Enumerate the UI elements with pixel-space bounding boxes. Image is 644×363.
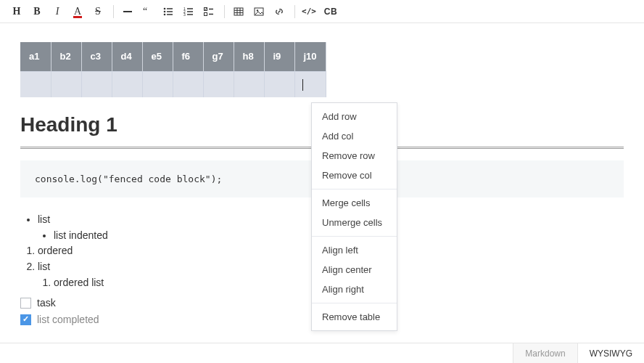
- mode-tabs: Markdown WYSIWYG: [0, 343, 644, 363]
- table-cell[interactable]: [264, 71, 294, 97]
- ctx-align-left[interactable]: Align left: [312, 240, 397, 260]
- tab-markdown[interactable]: Markdown: [513, 343, 577, 363]
- italic-button[interactable]: I: [48, 2, 67, 21]
- ctx-align-center[interactable]: Align center: [312, 260, 397, 280]
- heading-button[interactable]: H: [7, 2, 26, 21]
- svg-point-4: [164, 10, 166, 12]
- table-header-row: a1 b2 c3 d4 e5 f6 g7 h8 i9 j10: [20, 42, 326, 71]
- image-icon: [254, 7, 264, 17]
- ctx-remove-row[interactable]: Remove row: [312, 146, 397, 166]
- table-cell[interactable]: [173, 71, 203, 97]
- table-cell[interactable]: [142, 71, 173, 97]
- table-icon: [234, 7, 244, 17]
- ol-icon: 1 2 3: [183, 7, 194, 17]
- table-header-cell[interactable]: i9: [264, 42, 294, 71]
- table-cell[interactable]: [203, 71, 234, 97]
- table-header-cell[interactable]: j10: [294, 42, 326, 71]
- table-cell[interactable]: [112, 71, 142, 97]
- table-context-menu: Add row Add col Remove row Remove col Me…: [311, 102, 397, 331]
- document-table[interactable]: a1 b2 c3 d4 e5 f6 g7 h8 i9 j10: [20, 42, 326, 97]
- table-header-cell[interactable]: a1: [20, 42, 51, 71]
- ol-button[interactable]: 1 2 3: [179, 2, 198, 21]
- table-cell[interactable]: [20, 71, 51, 97]
- svg-point-24: [257, 9, 258, 11]
- hr-icon: [123, 7, 133, 17]
- inline-code-button[interactable]: </>: [300, 2, 318, 21]
- table-cell[interactable]: [234, 71, 264, 97]
- ul-button[interactable]: [159, 2, 178, 21]
- ctx-remove-col[interactable]: Remove col: [312, 166, 397, 185]
- checkbox-checked-icon[interactable]: [20, 314, 31, 325]
- table-header-cell[interactable]: f6: [173, 42, 203, 71]
- link-icon: [274, 7, 284, 17]
- table-cell[interactable]: [81, 71, 112, 97]
- image-button[interactable]: [249, 2, 268, 21]
- table-cell[interactable]: [51, 71, 81, 97]
- table-button[interactable]: [229, 2, 248, 21]
- table-header-cell[interactable]: g7: [203, 42, 234, 71]
- bold-button[interactable]: B: [28, 2, 46, 21]
- ctx-add-row[interactable]: Add row: [312, 107, 397, 126]
- hr-button[interactable]: [118, 2, 137, 21]
- table-cell[interactable]: [294, 71, 326, 97]
- text-color-button[interactable]: A: [68, 2, 87, 21]
- tasklist-icon: [204, 7, 214, 17]
- tab-wysiwyg[interactable]: WYSIWYG: [577, 343, 644, 363]
- toolbar: H B I A S “ 1 2 3: [0, 0, 644, 23]
- strike-button[interactable]: S: [88, 2, 107, 21]
- tasklist-button[interactable]: [199, 2, 218, 21]
- blockquote-button[interactable]: “: [139, 2, 157, 21]
- link-button[interactable]: [270, 2, 289, 21]
- table-header-cell[interactable]: h8: [234, 42, 264, 71]
- quote-icon: “: [143, 7, 153, 17]
- ctx-remove-table[interactable]: Remove table: [312, 307, 397, 327]
- list-item-label: list: [38, 261, 50, 272]
- table-header-cell[interactable]: c3: [81, 42, 112, 71]
- ul-icon: [163, 7, 173, 17]
- ctx-add-col[interactable]: Add col: [312, 126, 397, 146]
- svg-text:“: “: [143, 7, 147, 17]
- table-header-cell[interactable]: d4: [112, 42, 142, 71]
- codeblock-button[interactable]: CB: [320, 2, 342, 21]
- ctx-unmerge-cells[interactable]: Unmerge cells: [312, 213, 397, 232]
- color-swatch: [73, 16, 82, 18]
- table-row: [20, 71, 326, 97]
- table-header-cell[interactable]: e5: [142, 42, 173, 71]
- svg-point-2: [164, 7, 166, 9]
- svg-text:3: 3: [183, 12, 186, 17]
- toolbar-divider: [294, 5, 295, 18]
- checkbox-icon[interactable]: [20, 298, 31, 309]
- ctx-merge-cells[interactable]: Merge cells: [312, 193, 397, 213]
- task-label: list completed: [37, 311, 99, 327]
- toolbar-divider: [224, 5, 225, 18]
- svg-rect-18: [234, 8, 243, 15]
- svg-point-6: [164, 13, 166, 15]
- task-label: task: [37, 295, 56, 311]
- text-cursor: [302, 79, 303, 91]
- table-header-cell[interactable]: b2: [51, 42, 81, 71]
- toolbar-divider: [113, 5, 114, 18]
- svg-rect-16: [205, 12, 207, 15]
- list-item-label: list: [38, 213, 50, 225]
- ctx-align-right[interactable]: Align right: [312, 280, 397, 299]
